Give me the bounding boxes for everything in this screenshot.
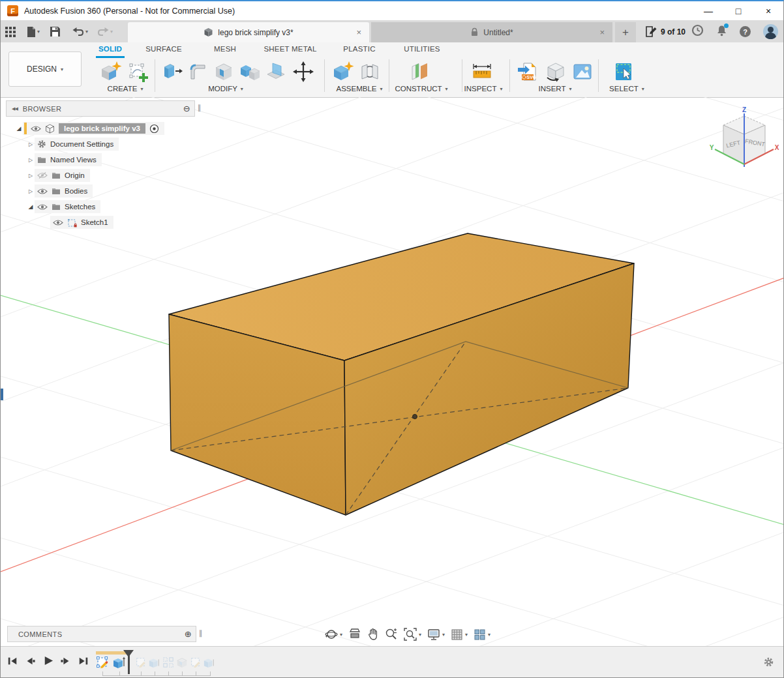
tab-solid[interactable]: SOLID — [96, 45, 125, 57]
eye-hidden-icon[interactable] — [37, 171, 48, 179]
group-label-construct[interactable]: CONSTRUCT▾ — [385, 84, 457, 93]
tab-utilities[interactable]: UTILITIES — [400, 45, 444, 57]
timeline-feature-extrude-suppressed[interactable] — [149, 656, 160, 668]
browser-item-label[interactable]: Document Settings — [50, 140, 113, 148]
expand-triangle-icon[interactable]: ▷ — [27, 157, 35, 163]
insert-mesh-icon[interactable] — [542, 59, 568, 85]
maximize-button[interactable]: □ — [723, 1, 753, 20]
job-status[interactable]: 9 of 10 — [645, 21, 686, 42]
play-icon[interactable] — [42, 655, 53, 666]
browser-item-label[interactable]: Bodies — [65, 187, 87, 195]
collapse-panel-icon[interactable]: ◀◀ — [12, 106, 18, 111]
panel-minus-icon[interactable]: ⊖ — [183, 104, 190, 113]
zoom-icon[interactable] — [385, 628, 398, 641]
new-tab-button[interactable]: + — [615, 22, 636, 42]
go-to-end-icon[interactable] — [78, 656, 89, 666]
root-document-label[interactable]: lego brick simplify v3 — [59, 123, 145, 134]
measure-icon[interactable] — [469, 59, 495, 85]
go-to-start-icon[interactable] — [7, 656, 18, 666]
timeline-feature-extrude[interactable] — [113, 656, 126, 669]
timeline-feature-pattern-suppressed[interactable] — [162, 656, 174, 668]
fillet-icon[interactable] — [185, 59, 211, 85]
undo-icon[interactable]: ▾ — [72, 27, 88, 37]
timeline-feature-sketch[interactable] — [96, 656, 109, 669]
expand-triangle-icon[interactable]: ◢ — [27, 203, 35, 210]
step-forward-icon[interactable] — [61, 656, 71, 666]
eye-icon[interactable] — [31, 125, 41, 132]
timeline-feature-shell-suppressed[interactable] — [176, 656, 188, 668]
document-tab-active[interactable]: lego brick simplify v3* × — [128, 22, 369, 42]
press-pull-icon[interactable] — [158, 59, 185, 85]
viewports-icon[interactable]: ▾ — [474, 628, 490, 641]
tab-close-icon[interactable]: × — [599, 27, 605, 37]
minimize-button[interactable]: — — [693, 1, 723, 20]
move-copy-icon[interactable] — [290, 59, 316, 85]
panel-grip-icon[interactable]: ∥ — [199, 629, 203, 638]
expand-triangle-icon[interactable]: ◢ — [15, 125, 23, 132]
create-sketch-icon[interactable] — [125, 59, 151, 85]
redo-icon[interactable]: ▾ — [97, 27, 113, 37]
save-icon[interactable] — [50, 26, 61, 37]
timeline-feature-sketch-suppressed[interactable] — [135, 656, 147, 668]
expand-triangle-icon[interactable]: ▷ — [27, 141, 35, 147]
close-button[interactable]: × — [753, 1, 783, 20]
group-label-create[interactable]: CREATE▾ — [96, 84, 155, 93]
tab-sheet-metal[interactable]: SHEET METAL — [260, 45, 320, 57]
construction-plane-icon[interactable] — [406, 59, 432, 85]
fit-icon[interactable]: ▾ — [404, 628, 421, 641]
undo-caret[interactable]: ▾ — [85, 29, 88, 35]
select-icon[interactable] — [610, 59, 636, 85]
insert-svg-icon[interactable]: SVG — [515, 59, 541, 85]
document-tab-inactive[interactable]: Untitled* × — [371, 22, 612, 42]
tab-plastic[interactable]: PLASTIC — [340, 45, 379, 57]
file-menu-icon[interactable]: ▾ — [26, 26, 40, 38]
group-label-inspect[interactable]: INSPECT▾ — [447, 84, 519, 93]
step-back-icon[interactable] — [25, 656, 35, 666]
workspace-selector[interactable]: DESIGN ▾ — [8, 52, 82, 87]
group-label-assemble[interactable]: ASSEMBLE▾ — [324, 84, 395, 93]
user-avatar[interactable] — [763, 24, 778, 39]
browser-row-sketch1[interactable]: Sketch1 — [6, 214, 195, 230]
tab-surface[interactable]: SURFACE — [141, 45, 187, 57]
timeline-settings-gear-icon[interactable] — [763, 656, 774, 670]
create-solid-icon[interactable] — [97, 59, 123, 85]
display-settings-icon[interactable]: ▾ — [427, 628, 445, 641]
new-component-icon[interactable] — [329, 59, 355, 85]
expand-triangle-icon[interactable]: ▷ — [27, 173, 35, 179]
shell-icon[interactable] — [211, 59, 237, 85]
browser-item-label[interactable]: Sketch1 — [81, 218, 108, 226]
sketch-center-point[interactable] — [413, 415, 417, 419]
body-box[interactable] — [169, 233, 634, 515]
browser-item-label[interactable]: Named Views — [50, 156, 97, 164]
group-label-select[interactable]: SELECT▾ — [591, 84, 663, 93]
orbit-icon[interactable]: ▾ — [325, 628, 342, 641]
browser-row-named-views[interactable]: ▷ Named Views — [6, 152, 195, 168]
help-icon[interactable]: ? — [740, 26, 751, 37]
browser-row-bodies[interactable]: ▷ Bodies — [6, 183, 195, 199]
look-at-icon[interactable] — [348, 628, 361, 640]
panel-grip-icon[interactable]: ∥ — [198, 104, 202, 112]
browser-row-origin[interactable]: ▷ Origin — [6, 168, 195, 183]
browser-item-label[interactable]: Origin — [65, 171, 85, 179]
add-comment-icon[interactable]: ⊕ — [185, 629, 192, 639]
notifications-bell-icon[interactable] — [716, 25, 727, 39]
panel-edge-grip[interactable] — [1, 389, 3, 400]
expand-triangle-icon[interactable]: ▷ — [27, 188, 35, 194]
browser-row-sketches[interactable]: ◢ Sketches — [6, 199, 195, 214]
pan-icon[interactable] — [367, 628, 379, 641]
history-clock-icon[interactable] — [691, 24, 704, 39]
eye-icon[interactable] — [37, 203, 48, 211]
eye-icon[interactable] — [53, 219, 63, 226]
split-body-icon[interactable] — [263, 59, 289, 85]
group-label-insert[interactable]: INSERT▾ — [519, 84, 591, 93]
grid-and-snaps-icon[interactable]: ▾ — [451, 628, 468, 641]
activate-radio-icon[interactable] — [149, 124, 159, 134]
timeline-feature-sketch-suppressed[interactable] — [190, 656, 202, 668]
canvas-icon[interactable] — [569, 59, 596, 85]
timeline-track[interactable] — [102, 671, 211, 676]
file-menu-caret[interactable]: ▾ — [37, 29, 40, 35]
joint-icon[interactable] — [357, 59, 383, 85]
app-grid-icon[interactable] — [5, 26, 16, 38]
tab-mesh[interactable]: MESH — [209, 45, 241, 57]
browser-item-label[interactable]: Sketches — [65, 203, 95, 211]
